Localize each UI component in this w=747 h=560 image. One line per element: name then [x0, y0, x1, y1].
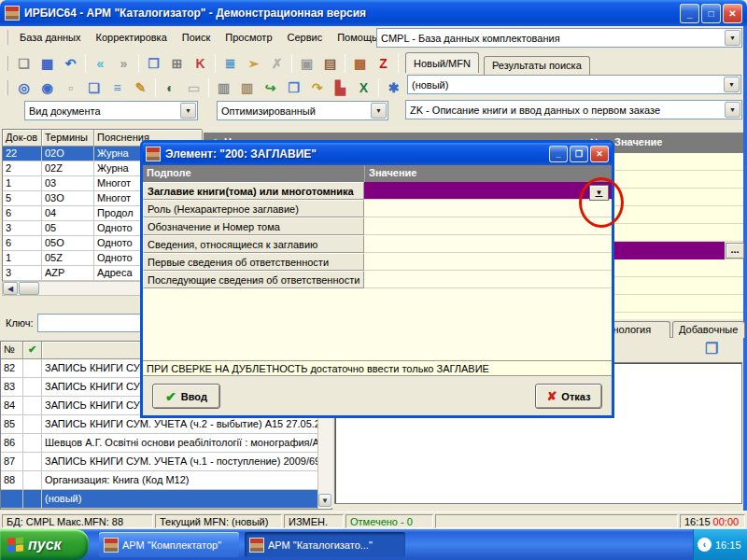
tab-additional[interactable]: Добавочные — [672, 321, 745, 338]
folder-icon[interactable]: ▭ — [182, 77, 205, 98]
subfield-row[interactable]: Роль (Нехарактерное заглавие) — [143, 200, 612, 217]
start-button[interactable]: пуск — [0, 529, 89, 560]
search-term-icon[interactable]: ◉ — [35, 77, 59, 98]
menu-item[interactable]: Корректировка — [89, 29, 175, 46]
select-all-icon[interactable]: ▫ — [59, 77, 82, 98]
subfield-value-cell[interactable] — [364, 200, 612, 217]
irbis-logo-icon[interactable]: ▩ — [348, 53, 372, 74]
dictionary-cell-term: 05Z — [42, 251, 94, 266]
paste-icon[interactable]: ▣ — [295, 53, 318, 74]
record-num-cell: 85 — [1, 415, 23, 434]
z-command-icon[interactable]: Z — [372, 53, 395, 74]
enter-button[interactable]: ✔ Ввод — [152, 384, 220, 409]
scrollbar-thumb[interactable] — [19, 282, 39, 295]
workspace-tabs: Новый/MFN Результаты поиска — [405, 54, 743, 75]
prev-record-icon[interactable]: « — [89, 53, 112, 74]
dictionary-cell-count: 3 — [3, 266, 42, 281]
record-row[interactable]: 86Шевцов А.Г. Освітні основи реабілітоло… — [1, 434, 331, 453]
print-icon[interactable]: ▥ — [212, 77, 235, 98]
print-setup-icon[interactable]: ▥ — [235, 77, 259, 98]
delete-record-icon[interactable]: ✗ — [265, 53, 289, 74]
copy-docs-icon[interactable]: ❒ — [282, 77, 305, 98]
cancel-button[interactable]: ✘ Отказ — [535, 384, 602, 409]
field-ellipsis-button[interactable]: ... — [726, 243, 744, 259]
combo-arrow-icon[interactable] — [371, 103, 387, 119]
tab-search-results[interactable]: Результаты поиска — [484, 56, 590, 75]
subfield-value-cell[interactable] — [364, 217, 612, 235]
view-combo[interactable]: Вид документа — [24, 101, 198, 120]
cancel-button-label: Отказ — [561, 391, 590, 402]
dialog-maximize-button[interactable]: ❐ — [570, 146, 588, 162]
search-doc-icon[interactable]: ◎ — [12, 77, 35, 98]
autoinput-icon[interactable]: ≣ — [218, 53, 242, 74]
menu-item[interactable]: База данных — [12, 29, 89, 46]
next-record-icon[interactable]: » — [112, 53, 135, 74]
undo-icon[interactable]: ↶ — [59, 53, 82, 74]
worksheet-combo[interactable]: ZK - Описание книги и ввод данных о перв… — [405, 100, 742, 119]
record-row[interactable]: (новый) — [1, 490, 331, 509]
toolbar-separator — [138, 54, 139, 73]
subfield-value-cell[interactable] — [364, 253, 612, 271]
tab-new-mfn[interactable]: Новый/MFN — [405, 52, 479, 73]
settings-icon[interactable]: ✱ — [382, 77, 405, 98]
book-icon[interactable]: ▤ — [318, 53, 342, 74]
irbis-cataloger-window: ИРБИС64 - АРМ "Каталогизатор" - Демонстр… — [0, 0, 747, 560]
combo-arrow-icon[interactable] — [725, 30, 740, 46]
copy-record-icon[interactable]: ❐ — [142, 53, 165, 74]
record-num-cell: 82 — [1, 359, 23, 378]
menu-item[interactable]: Сервис — [280, 29, 331, 46]
subfield-row[interactable]: Обозначение и Номер тома — [143, 217, 612, 235]
dictionary-cell-count: 1 — [3, 176, 42, 191]
save-record-icon[interactable]: ▦ — [35, 53, 59, 74]
maximize-button[interactable]: □ — [701, 4, 721, 23]
dictionary-header-count[interactable]: Док-ов — [3, 130, 42, 147]
record-row[interactable]: 88Организация: Книга (Код М12) — [1, 471, 331, 490]
record-row[interactable]: 87ЗАПИСЬ КНИГИ СУМ. УЧЕТА (ч.1 - поступл… — [1, 453, 331, 471]
dialog-minimize-button[interactable]: _ — [549, 146, 568, 162]
menu-item[interactable]: Поиск — [175, 29, 218, 46]
minimize-button[interactable]: _ — [680, 4, 699, 23]
print-card-icon[interactable]: ⊞ — [165, 53, 189, 74]
clear-icon[interactable]: ✎ — [129, 77, 152, 98]
excel-icon[interactable]: X — [352, 77, 375, 98]
subfield-table-header: Подполе Значение — [143, 165, 612, 182]
print-kk-icon[interactable]: K — [189, 53, 212, 74]
subfield-value-cell[interactable] — [364, 271, 612, 288]
taskbar-task[interactable]: АРМ "Каталогизато..." — [245, 532, 405, 557]
dictionary-cell-count: 2 — [3, 161, 42, 176]
format-combo[interactable]: Оптимизированный — [217, 101, 388, 120]
dictionary-cell-term: 02O — [42, 147, 94, 161]
combo-arrow-icon[interactable] — [725, 102, 740, 118]
taskbar-task[interactable]: АРМ "Комплектатор" — [99, 532, 239, 557]
new-record-icon[interactable]: ❏ — [12, 53, 35, 74]
menu-item[interactable]: Просмотр — [218, 29, 279, 46]
subfield-row[interactable]: Первые сведения об ответственности — [143, 253, 612, 271]
statistics-icon[interactable]: ▙ — [329, 77, 352, 98]
subfield-value-cell[interactable] — [364, 235, 612, 253]
subfield-value-cell[interactable] — [364, 182, 612, 200]
subfield-row[interactable]: Заглавие книги(тома) или многотомника — [143, 182, 612, 200]
tray-chevron-icon[interactable]: ‹ — [698, 538, 712, 552]
export-doc-icon[interactable]: ↪ — [259, 77, 282, 98]
window-view-icon[interactable]: ❑ — [82, 77, 106, 98]
print-document-icon[interactable]: ❐ — [705, 340, 718, 357]
move-folder-icon[interactable]: ↷ — [305, 77, 329, 98]
record-combo[interactable]: (новый) — [407, 75, 741, 94]
record-row[interactable]: 85ЗАПИСЬ КНИГИ СУМ. УЧЕТА (ч.2 - выбытие… — [1, 415, 331, 434]
subfield-row[interactable]: Сведения, относящиеся к заглавию — [143, 235, 612, 253]
annotation-circle — [579, 177, 624, 228]
scroll-left-icon[interactable]: ◀ — [3, 282, 18, 295]
dictionary-cell-term: 05 — [42, 221, 94, 236]
scroll-down-icon[interactable]: ▼ — [318, 494, 331, 507]
dictionary-header-term[interactable]: Термины — [42, 130, 94, 147]
combo-arrow-icon[interactable] — [180, 103, 196, 119]
close-button[interactable]: ✕ — [723, 4, 742, 23]
send-record-icon[interactable]: ➢ — [242, 53, 265, 74]
database-combo[interactable]: CMPL - База данных комплектования — [376, 28, 742, 48]
dialog-close-button[interactable]: ✕ — [590, 146, 609, 162]
preview-icon[interactable]: ◐ — [159, 77, 182, 98]
subfield-row[interactable]: Последующие сведения об ответственности — [143, 271, 612, 288]
combo-arrow-icon[interactable] — [724, 77, 740, 92]
app-icon — [104, 538, 119, 553]
tree-view-icon[interactable]: ≡ — [106, 77, 129, 98]
